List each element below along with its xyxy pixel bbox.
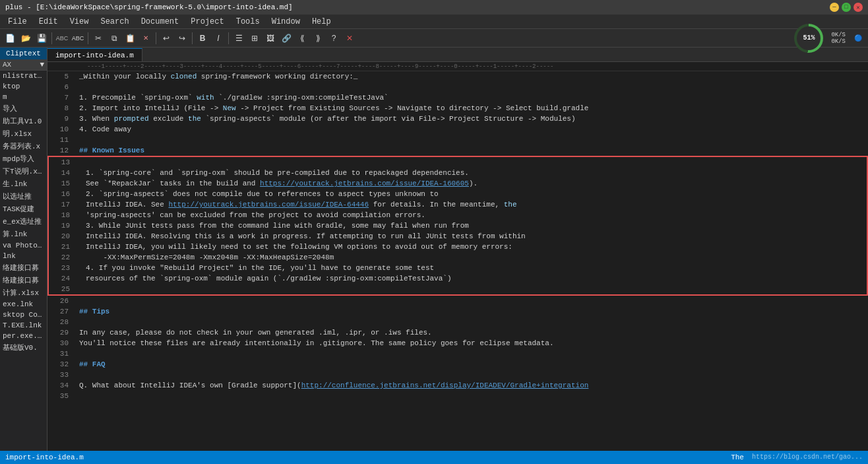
sidebar-header: Cliptext	[0, 48, 47, 59]
toolbar-help[interactable]: ?	[326, 31, 341, 46]
main-layout: Cliptext AX ▼ nlistrator ktop m 导入 助工具V1…	[0, 48, 868, 451]
line-num-33: 33	[47, 370, 74, 380]
sidebar-item[interactable]: 明.xlsx	[0, 127, 47, 140]
sidebar-item[interactable]: e_ex选址推	[0, 215, 47, 228]
line-content-32: ## FAQ	[74, 359, 106, 370]
sidebar-item[interactable]: 以选址推	[0, 190, 47, 203]
sidebar-item[interactable]: per.exe.lnk	[0, 331, 47, 341]
toolbar-save[interactable]: 💾	[34, 31, 49, 46]
toolbar-copy[interactable]: ⧉	[107, 31, 121, 46]
code-line-22: 22 -XX:MaxPermSize=2048m -Xmx2048m -XX:M…	[49, 252, 867, 263]
line-num-5: 5	[47, 71, 74, 82]
toolbar-more2[interactable]: ⟫	[311, 31, 325, 46]
line-num-hl-23: 23	[49, 263, 75, 273]
maximize-button[interactable]: □	[842, 3, 851, 12]
link-youtrack-64446[interactable]: http://youtrack.jetbrains.com/issue/IDEA…	[168, 201, 369, 209]
menu-project[interactable]: Project	[185, 16, 229, 28]
code-line-30: 30 You'll notice these files are already…	[47, 338, 868, 348]
toolbar-align[interactable]: ☰	[232, 31, 246, 46]
toolbar-bold[interactable]: B	[195, 31, 210, 46]
line-num-35: 35	[47, 391, 74, 401]
sidebar-item[interactable]: sktop Conn	[0, 310, 47, 320]
tab-label: import-into-idea.m	[55, 51, 134, 59]
minimize-button[interactable]: ─	[830, 3, 839, 12]
sidebar-item[interactable]: 算.lnk	[0, 228, 47, 240]
line-num-hl-19: 19	[49, 220, 75, 231]
toolbar-img[interactable]: 🖼	[263, 31, 278, 46]
toolbar-new[interactable]: 📄	[3, 31, 17, 46]
highlighted-region: 13 14 1. `spring-core` and `spring-oxm` …	[47, 156, 868, 296]
sidebar-item[interactable]: 络建接口募	[0, 261, 47, 274]
line-num-hl-24: 24	[49, 273, 75, 284]
menu-search[interactable]: Search	[95, 16, 134, 28]
line-content-28	[74, 317, 84, 327]
code-line-14: 14 1. `spring-core` and `spring-oxm` sho…	[49, 168, 867, 178]
sidebar-item[interactable]: 导入	[0, 102, 47, 115]
toolbar-undo[interactable]: ↩	[159, 31, 173, 46]
line-content-18: 'spring-aspects' can be excluded from th…	[80, 210, 425, 220]
menu-window[interactable]: Window	[266, 16, 305, 28]
line-content-23: 4. If you invoke "Rebuild Project" in th…	[80, 263, 434, 273]
line-content-20: IntelliJ IDEA. Resolving this is a work …	[80, 231, 526, 242]
sidebar-item[interactable]: mpdp导入	[0, 152, 47, 165]
sidebar-item[interactable]: 下T说明.xls	[0, 165, 47, 178]
sidebar-item[interactable]: ktop	[0, 81, 47, 92]
code-line-34: 34 Q. What about IntelliJ IDEA's own [Gr…	[47, 380, 868, 391]
line-content-15: See `*RepackJar` tasks in the build and …	[80, 178, 478, 189]
sidebar-item[interactable]: 络建接口募	[0, 274, 47, 286]
tab-import-into-idea[interactable]: import-into-idea.m	[47, 48, 142, 61]
sidebar-item[interactable]: T.EXE.lnk	[0, 320, 47, 331]
line-content-27: ## Tips	[74, 306, 109, 317]
code-line-32: 32 ## FAQ	[47, 359, 868, 370]
menu-tools[interactable]: Tools	[231, 16, 265, 28]
sidebar-item[interactable]: m	[0, 92, 47, 102]
toolbar-link[interactable]: 🔗	[279, 31, 294, 46]
code-content[interactable]: 5 _Within your locally cloned spring-fra…	[47, 71, 868, 451]
link-youtrack-160605[interactable]: https://youtrack.jetbrains.com/issue/IDE…	[260, 180, 469, 187]
code-line-26: 26	[47, 296, 868, 306]
toolbar-abc[interactable]: ABC	[55, 31, 69, 46]
sidebar-item[interactable]: TASK促建	[0, 203, 47, 215]
toolbar-table[interactable]: ⊞	[247, 31, 262, 46]
sidebar-item[interactable]: exe.lnk	[0, 299, 47, 310]
sidebar-item[interactable]: lnk	[0, 251, 47, 261]
menu-document[interactable]: Document	[136, 16, 185, 28]
menu-edit[interactable]: Edit	[34, 16, 63, 28]
toolbar-extra1[interactable]: 🔵	[851, 31, 865, 46]
line-num-12: 12	[47, 145, 74, 156]
toolbar-spell[interactable]: ABC	[71, 31, 85, 46]
line-content-34: Q. What about IntelliJ IDEA's own [Gradl…	[74, 380, 588, 391]
menu-file[interactable]: File	[3, 16, 32, 28]
sidebar: Cliptext AX ▼ nlistrator ktop m 导入 助工具V1…	[0, 48, 47, 451]
toolbar-more1[interactable]: ⟪	[295, 31, 309, 46]
line-content-8: 2. Import into IntelliJ (File -> New -> …	[74, 103, 588, 114]
line-content-11	[74, 135, 84, 145]
link-confluence[interactable]: http://confluence.jetbrains.net/display/…	[301, 381, 589, 389]
line-num-29: 29	[47, 327, 74, 338]
sidebar-item[interactable]: 计算.xlsx	[0, 286, 47, 299]
toolbar-italic[interactable]: I	[211, 31, 226, 46]
sidebar-items: nlistrator ktop m 导入 助工具V1.0 明.xlsx 务器列表…	[0, 71, 47, 451]
toolbar-redo[interactable]: ↪	[175, 31, 189, 46]
menu-help[interactable]: Help	[307, 16, 336, 28]
toolbar-open[interactable]: 📂	[18, 31, 33, 46]
sidebar-dropdown[interactable]: AX ▼	[0, 59, 47, 71]
sidebar-item[interactable]: 基础版V0.	[0, 341, 47, 354]
toolbar-format[interactable]: ✕	[139, 31, 153, 46]
code-line-15: 15 See `*RepackJar` tasks in the build a…	[49, 178, 867, 189]
sidebar-item[interactable]: 生.lnk	[0, 178, 47, 190]
code-line-18: 18 'spring-aspects' can be excluded from…	[49, 210, 867, 220]
sidebar-item[interactable]: nlistrator	[0, 71, 47, 81]
menu-view[interactable]: View	[65, 16, 94, 28]
sidebar-item[interactable]: va Photon.l	[0, 240, 47, 251]
sidebar-item[interactable]: 助工具V1.0	[0, 115, 47, 127]
toolbar-stop[interactable]: ✕	[342, 31, 357, 46]
toolbar-sep-2	[88, 32, 88, 44]
sidebar-item[interactable]: 务器列表.x	[0, 140, 47, 152]
close-button[interactable]: ✕	[853, 3, 863, 12]
toolbar-paste[interactable]: 📋	[123, 31, 137, 46]
code-line-28: 28	[47, 317, 868, 327]
line-content-12: ## Known Issues	[74, 145, 144, 156]
code-line-33: 33	[47, 370, 868, 380]
toolbar-cut[interactable]: ✂	[91, 31, 106, 46]
